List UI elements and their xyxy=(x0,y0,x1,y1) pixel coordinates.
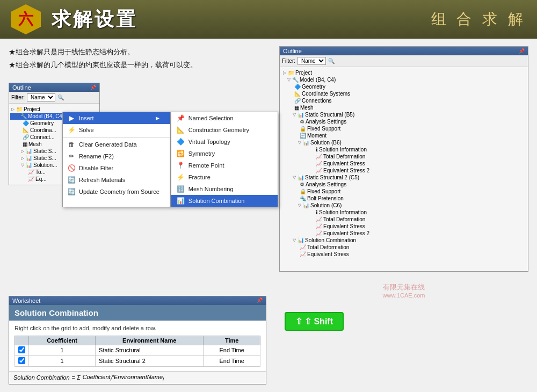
sub-solution-combination[interactable]: 📊 Solution Combination xyxy=(171,195,278,207)
outline-left-filter: Filter: Name 🔍 xyxy=(9,92,99,104)
right-tree-coord[interactable]: 📐 Coordinate Systems xyxy=(282,90,526,97)
left-panel: ★组合求解只是用于线性静态结构分析。 ★组合求解的几个模型的约束也应该是一样的，… xyxy=(9,46,272,384)
divider1 xyxy=(63,137,170,137)
worksheet-panel: Worksheet 📌 Solution Combination Right c… xyxy=(9,296,266,384)
right-pin-icon[interactable]: 📌 xyxy=(519,48,525,54)
outline-left-titlebar: Outline 📌 xyxy=(9,83,99,92)
sub-construction-geometry[interactable]: 📐 Construction Geometry xyxy=(171,124,278,136)
col-env-name: Environment Name xyxy=(96,336,204,345)
sol-comb-icon: 📊 xyxy=(177,197,185,205)
right-tree-sol-combination[interactable]: ▽📊 Solution Combination xyxy=(282,237,526,244)
right-tree-equiv-b6[interactable]: 📈 Equivalent Stress xyxy=(282,160,526,167)
context-solve[interactable]: ⚡ Solve xyxy=(63,124,170,136)
right-tree-connections[interactable]: 🔗 Connections xyxy=(282,97,526,104)
right-tree-static-c5[interactable]: ▽📊 Static Structural 2 (C5) xyxy=(282,174,526,181)
symmetry-icon: 🔁 xyxy=(177,150,185,157)
watermark: 有限元集在线 www.1CAE.com xyxy=(279,282,528,299)
sub-mesh-numbering[interactable]: 🔢 Mesh Numbering xyxy=(171,183,278,195)
context-main-menu: ▶ Insert ⚡ Solve 🗑 Clear Generated Data … xyxy=(62,112,171,207)
filter-select[interactable]: Name xyxy=(27,93,55,101)
col-coefficient: Coefficient xyxy=(29,336,96,345)
row1-check[interactable] xyxy=(15,345,29,355)
right-filter-search-icon[interactable]: 🔍 xyxy=(328,58,335,64)
right-tree-analysis-c5[interactable]: ⚙ Analysis Settings xyxy=(282,181,526,188)
main-content: ★组合求解只是用于线性静态结构分析。 ★组合求解的几个模型的约束也应该是一样的，… xyxy=(0,39,537,392)
right-panel: Outline 📌 Filter: Name 🔍 ▷📁 Project ▽🔧 M… xyxy=(279,46,528,384)
formula-label: Solution Combination xyxy=(13,374,70,381)
context-menu: ▶ Insert ⚡ Solve 🗑 Clear Generated Data … xyxy=(62,112,278,207)
row2-env: Static Structural 2 xyxy=(96,355,204,366)
sub-fracture[interactable]: ⚡ Fracture xyxy=(171,171,278,183)
worksheet-content: Right click on the grid to add, modify a… xyxy=(9,321,266,371)
context-insert[interactable]: ▶ Insert xyxy=(63,112,170,124)
sub-remote-point[interactable]: 📍 Remote Point xyxy=(171,159,278,171)
outline-right-filter: Filter: Name 🔍 xyxy=(280,55,528,67)
right-tree-analysis-b5[interactable]: ⚙ Analysis Settings xyxy=(282,118,526,125)
outline-right-window: Outline 📌 Filter: Name 🔍 ▷📁 Project ▽🔧 M… xyxy=(279,46,528,272)
context-refresh[interactable]: 🔄 Refresh Materials xyxy=(63,174,170,186)
right-tree-total-c6[interactable]: 📈 Total Deformation xyxy=(282,216,526,223)
sub-virtual-topology[interactable]: 🔷 Virtual Topology xyxy=(171,136,278,148)
right-tree-total-sc[interactable]: 📈 Total Deformation xyxy=(282,244,526,251)
row1-coeff: 1 xyxy=(29,345,96,355)
worksheet-table: Coefficient Environment Name Time 1 Stat… xyxy=(14,336,260,367)
context-submenu: 📌 Named Selection 📐 Construction Geometr… xyxy=(171,112,278,207)
shift-button[interactable]: ⇧ ⇧ Shift xyxy=(285,312,344,331)
right-tree-bolt[interactable]: 🔩 Bolt Pretension xyxy=(282,195,526,202)
row2-time: End Time xyxy=(204,355,260,366)
right-tree-solution-c6[interactable]: ▽📊 Solution (C6) xyxy=(282,202,526,209)
row1-time: End Time xyxy=(204,345,260,355)
sub-symmetry[interactable]: 🔁 Symmetry xyxy=(171,148,278,159)
refresh-icon: 🔄 xyxy=(67,176,76,184)
header-title: 求解设置 xyxy=(52,6,137,33)
ws-pin-icon[interactable]: 📌 xyxy=(257,297,263,304)
right-tree-fixed-b5[interactable]: 🔒 Fixed Support xyxy=(282,125,526,132)
right-filter-select[interactable]: Name xyxy=(297,57,326,65)
context-update[interactable]: 🔄 Update Geometry from Source xyxy=(63,186,170,198)
fracture-icon: ⚡ xyxy=(177,173,185,181)
shift-icon: ⇧ xyxy=(295,316,302,326)
table-row: 1 Static Structural 2 End Time xyxy=(15,355,260,366)
intro-line1: ★组合求解只是用于线性静态结构分析。 xyxy=(9,46,272,58)
filter-icon[interactable]: 🔍 xyxy=(57,95,64,100)
right-tree-equiv-c6[interactable]: 📈 Equivalent Stress xyxy=(282,223,526,230)
sub-named-selection[interactable]: 📌 Named Selection xyxy=(171,112,278,124)
right-tree-equiv2-c6[interactable]: 📈 Equivalent Stress 2 xyxy=(282,230,526,237)
right-tree-static-b5[interactable]: ▽📊 Static Structural (B5) xyxy=(282,111,526,118)
col-time: Time xyxy=(204,336,260,345)
mesh-num-icon: 🔢 xyxy=(177,185,185,193)
header: 六 求解设置 组 合 求 解 xyxy=(0,0,537,39)
right-tree-total-b6[interactable]: 📈 Total Deformation xyxy=(282,153,526,160)
right-tree-fixed-c5[interactable]: 🔒 Fixed Support xyxy=(282,188,526,195)
right-tree-moment[interactable]: 🔄 Moment xyxy=(282,132,526,139)
context-clear[interactable]: 🗑 Clear Generated Data xyxy=(63,139,170,150)
intro-text: ★组合求解只是用于线性静态结构分析。 ★组合求解的几个模型的约束也应该是一样的，… xyxy=(9,46,272,71)
right-tree-equiv-sc[interactable]: 📈 Equivalent Stress xyxy=(282,251,526,258)
right-tree-model[interactable]: ▽🔧 Model (B4, C4) xyxy=(282,76,526,83)
context-disable[interactable]: 🚫 Disable Filter xyxy=(63,162,170,174)
right-tree-equiv2-b6[interactable]: 📈 Equivalent Stress 2 xyxy=(282,167,526,174)
context-rename[interactable]: ✏ Rename (F2) xyxy=(63,150,170,162)
disable-icon: 🚫 xyxy=(67,164,76,172)
header-subtitle: 组 合 求 解 xyxy=(431,9,526,30)
right-tree-mesh[interactable]: ▦ Mesh xyxy=(282,104,526,111)
right-tree-project[interactable]: ▷📁 Project xyxy=(282,69,526,76)
table-row: 1 Static Structural End Time xyxy=(15,345,260,355)
insert-icon: ▶ xyxy=(67,114,76,122)
worksheet-formula: Solution Combination = Σ Coefficienti*En… xyxy=(9,371,266,384)
row1-env: Static Structural xyxy=(96,345,204,355)
row2-check[interactable] xyxy=(15,355,29,366)
outline-right-titlebar: Outline 📌 xyxy=(280,47,528,55)
remote-icon: 📍 xyxy=(177,162,185,169)
pin-icon[interactable]: 📌 xyxy=(90,85,96,90)
header-hex: 六 xyxy=(11,4,41,34)
outline-right-tree: ▷📁 Project ▽🔧 Model (B4, C4) 🔷 Geometry … xyxy=(280,67,528,260)
formula-equals: = Σ xyxy=(72,374,81,381)
worksheet-header: Solution Combination xyxy=(9,305,266,321)
right-tree-solinfo-b6[interactable]: ℹ Solution Information xyxy=(282,146,526,153)
rename-icon: ✏ xyxy=(67,153,76,160)
right-tree-solution-b6[interactable]: ▽📊 Solution (B6) xyxy=(282,139,526,146)
right-tree-geometry[interactable]: 🔷 Geometry xyxy=(282,83,526,90)
formula-content: Coefficienti*EnvironmentNamei xyxy=(83,374,164,382)
right-tree-solinfo-c6[interactable]: ℹ Solution Information xyxy=(282,209,526,216)
